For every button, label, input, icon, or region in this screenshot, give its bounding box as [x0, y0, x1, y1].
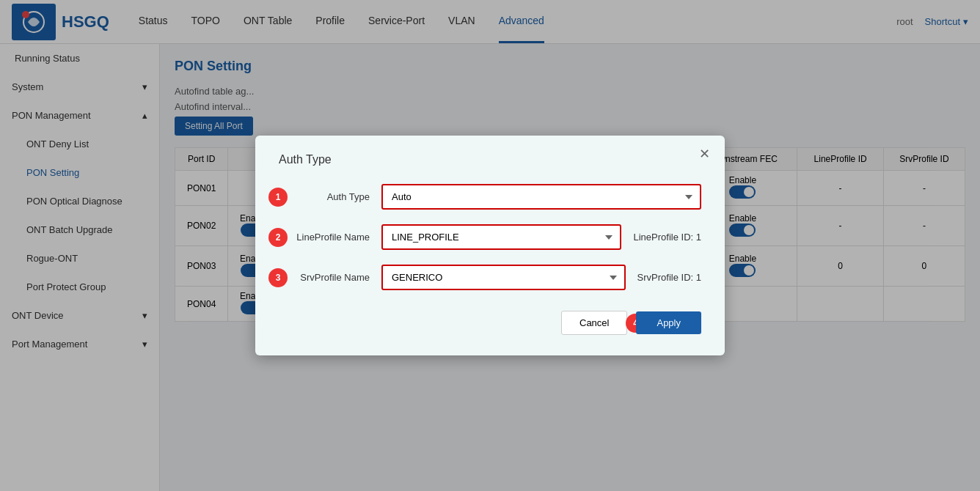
step-badge-3: 3: [268, 268, 288, 287]
auth-type-select[interactable]: Auto Manual Password MAC: [381, 184, 701, 210]
line-profile-row: 2 LineProfile Name LINE_PROFILE LineProf…: [279, 224, 701, 250]
line-profile-label: LineProfile Name: [279, 232, 381, 243]
line-profile-id-label: LineProfile ID: 1: [633, 232, 701, 243]
step-badge-1: 1: [268, 188, 288, 207]
srv-profile-label: SrvProfile Name: [279, 272, 381, 283]
auth-type-modal: Auth Type ✕ 1 Auth Type Auto Manual Pass…: [255, 136, 725, 355]
modal-close-button[interactable]: ✕: [699, 147, 710, 160]
line-profile-select[interactable]: LINE_PROFILE: [381, 224, 621, 250]
step-badge-2: 2: [268, 228, 288, 247]
auth-type-label: Auth Type: [279, 191, 381, 202]
srv-profile-row: 3 SrvProfile Name GENERICO SrvProfile ID…: [279, 265, 701, 290]
srv-profile-id-label: SrvProfile ID: 1: [637, 272, 701, 283]
auth-type-row: 1 Auth Type Auto Manual Password MAC: [279, 184, 701, 210]
apply-button[interactable]: Apply: [636, 311, 701, 334]
modal-footer: Cancel 4 Apply: [279, 311, 701, 335]
modal-overlay: Auth Type ✕ 1 Auth Type Auto Manual Pass…: [0, 0, 980, 491]
modal-title: Auth Type: [279, 153, 701, 166]
srv-profile-select[interactable]: GENERICO: [381, 265, 626, 290]
cancel-button[interactable]: Cancel: [561, 311, 627, 335]
apply-wrapper: 4 Apply: [636, 311, 701, 335]
